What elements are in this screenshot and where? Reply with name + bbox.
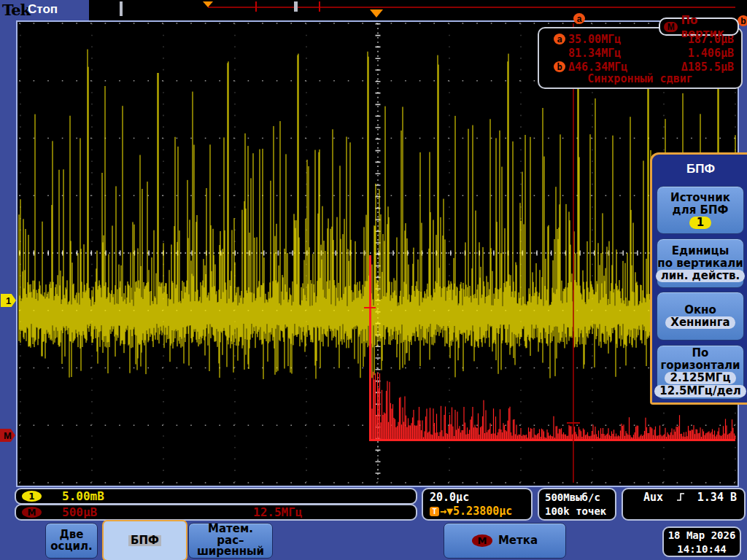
math-scale-readout: М 500µВ 12.5МГц: [15, 504, 417, 521]
fft-units-value: лин. действ.: [656, 270, 745, 282]
trigger-arrow-icon: →: [440, 505, 446, 518]
cursor-a-badge[interactable]: a: [573, 13, 585, 24]
fft-scale-value: 12.5МГц/дел: [654, 385, 746, 397]
channel1-scale-readout: 1 5.00mB: [15, 488, 417, 505]
side-menu-title: БПФ: [652, 155, 747, 176]
fft-source-value: 1: [689, 217, 711, 229]
math-vertical-tag: М По вертик: [659, 18, 739, 36]
trigger-position-readout: Т → ▼5.23800µс: [430, 505, 531, 518]
math-badge: М: [664, 22, 678, 32]
fft-source-label2: для БПФ: [673, 204, 729, 216]
datetime-readout: 18 Мар 2026 14:10:44: [662, 526, 741, 557]
dual-waveform-label2: осцил.: [50, 541, 93, 553]
cursor-readout-row: 81.34МГц 1.406µВ: [545, 47, 734, 59]
date-value: 18 Мар 2026: [664, 529, 740, 542]
fft-source-button[interactable]: Источник для БПФ 1: [657, 186, 744, 234]
record-view-strip: [89, 0, 747, 20]
math-scale-value: 500µВ: [62, 505, 97, 519]
rising-edge-icon: [676, 492, 685, 502]
record-length-value: 100k точек: [545, 505, 615, 518]
run-state-label: Стоп: [28, 2, 58, 17]
record-window-left-tick: [255, 1, 257, 12]
channel1-reference-marker[interactable]: 1: [1, 294, 16, 307]
vertical-tag-label: По вертик: [681, 14, 738, 40]
scope-graticule-and-traces: [18, 22, 738, 486]
cursor-b-frequency: 81.34МГц: [568, 47, 656, 60]
trigger-readout: Aux 1.34 В: [622, 488, 746, 521]
fft-vertical-units-button[interactable]: Единицы по вертикали лин. действ.: [657, 238, 744, 288]
fft-horizontal-button[interactable]: По горизонтали 2.125МГц 12.5МГц/дел: [657, 345, 744, 400]
record-cursor-bar[interactable]: [294, 1, 298, 12]
cursor-delta-frequency: Δ46.34МГц: [568, 61, 656, 74]
cursor-b-value: 1.406µВ: [656, 47, 734, 60]
cursor-a-frequency: 35.00МГц: [568, 33, 656, 46]
fft-units-label: Единицы: [672, 245, 729, 257]
fft-horizontal-label2: горизонтали: [660, 359, 740, 371]
sample-rate-value: 500Мвыб/с: [545, 491, 615, 505]
cursor-delta-value: Δ185.5µВ: [656, 61, 734, 74]
fft-tab-label: БПФ: [128, 535, 161, 547]
fft-side-menu: БПФ Источник для БПФ 1 Единицы по вертик…: [650, 152, 747, 405]
record-window-right-tick: [319, 1, 320, 12]
fft-window-value: Хеннинга: [665, 316, 735, 329]
fft-window-button[interactable]: Окно Хеннинга: [657, 292, 744, 341]
trigger-source-label: Aux: [643, 491, 663, 504]
timebase-readout: 20.0µс Т → ▼5.23800µс: [422, 488, 533, 521]
record-line: [208, 7, 735, 8]
advanced-math-label3: ширенный: [197, 546, 264, 558]
cursor-mode-label: Синхронный сдвиг: [539, 72, 741, 85]
fft-window-label: Окно: [684, 304, 716, 316]
channel1-scale-value: 5.00mB: [62, 489, 104, 503]
math-horizontal-scale-value: 12.5МГц: [253, 505, 302, 519]
math-label-text: Метка: [498, 535, 538, 547]
trigger-position-marker-icon[interactable]: [370, 9, 383, 18]
fft-horizontal-label: По: [692, 347, 709, 359]
trigger-position-value: ▼5.23800µс: [446, 505, 512, 518]
tek-logo: Tek: [2, 1, 30, 19]
channel1-badge: 1: [22, 491, 42, 502]
fft-source-label: Источник: [670, 192, 730, 203]
timebase-scale: 20.0µс: [430, 491, 531, 505]
waveform-display: [16, 20, 739, 487]
time-value: 14:10:44: [664, 542, 740, 556]
fft-tab-button[interactable]: БПФ: [102, 520, 187, 560]
math-label-badge: М: [472, 534, 492, 547]
dual-waveform-button[interactable]: Две осцил.: [45, 523, 98, 559]
math-scale-badge: М: [22, 507, 42, 518]
advanced-math-button[interactable]: Матем. рас– ширенный: [188, 523, 273, 559]
record-position-bar[interactable]: [120, 1, 123, 16]
cursor-readout-row: b Δ46.34МГц Δ185.5µВ: [545, 61, 734, 73]
record-trigger-marker-icon[interactable]: [203, 1, 213, 7]
trigger-badge: Т: [430, 507, 439, 516]
oscilloscope-screen: { "topbar": { "logo": "Tek", "run_state"…: [0, 0, 747, 560]
fft-center-frequency-value: 2.125МГц: [665, 372, 735, 384]
acquisition-readout: 500Мвыб/с 100k точек: [538, 488, 616, 521]
cursor-b-row-badge: b: [554, 61, 565, 72]
fft-units-label2: по вертикали: [657, 257, 743, 269]
math-label-button[interactable]: М Метка: [444, 523, 566, 559]
math-reference-marker[interactable]: М: [0, 429, 15, 442]
trigger-level-value: 1.34 В: [685, 491, 737, 504]
cursor-a-row-badge: a: [554, 34, 565, 44]
